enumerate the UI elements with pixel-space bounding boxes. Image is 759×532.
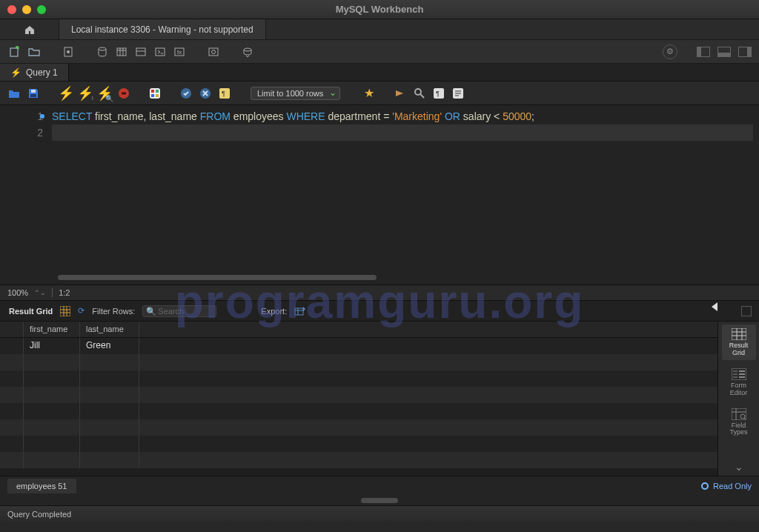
commit-button[interactable] <box>179 87 193 100</box>
table-row[interactable]: JillGreen <box>0 338 717 354</box>
wrap-button[interactable]: ¶ <box>432 87 445 100</box>
svg-rect-28 <box>60 306 70 316</box>
result-area: first_name last_name JillGreen Result Gr… <box>0 322 759 476</box>
svg-point-3 <box>99 47 106 50</box>
svg-rect-33 <box>739 373 745 375</box>
svg-text:¶: ¶ <box>222 90 225 97</box>
zoom-level[interactable]: 100% <box>7 288 28 297</box>
read-only-indicator: Read Only <box>701 482 752 491</box>
zoom-window-button[interactable] <box>37 5 46 14</box>
cell[interactable]: Green <box>80 338 139 354</box>
collapse-side-panel-icon[interactable] <box>712 302 717 311</box>
field-types-button[interactable]: Field Types <box>722 405 756 440</box>
db-new-proc-button[interactable] <box>153 44 168 59</box>
filter-rows-input[interactable]: 🔍 Search <box>142 305 216 317</box>
toggle-bottom-panel[interactable] <box>717 47 731 57</box>
new-sql-tab-button[interactable] <box>7 44 22 59</box>
close-window-button[interactable] <box>7 5 16 14</box>
stop-button[interactable] <box>117 87 130 100</box>
svg-rect-18 <box>151 94 154 97</box>
column-header[interactable]: first_name <box>24 322 80 337</box>
result-grid-view-button[interactable]: Result Grid <box>722 325 756 360</box>
result-grid-mode-icon[interactable] <box>60 306 70 316</box>
result-side-panel: Result Grid Form Editor Field Types ⌄ <box>717 322 759 476</box>
db-new-view-button[interactable] <box>133 44 148 59</box>
execute-button[interactable]: ⚡ <box>59 87 73 100</box>
svg-text:¶: ¶ <box>436 90 440 97</box>
line-gutter: 1 2 <box>0 108 52 285</box>
sql-code[interactable]: SELECT first_name, last_name FROM employ… <box>52 108 759 285</box>
grid-body[interactable]: JillGreen <box>0 338 717 476</box>
home-icon <box>24 24 36 36</box>
export-button[interactable] <box>294 306 306 316</box>
form-icon <box>731 368 747 381</box>
svg-rect-4 <box>117 48 126 56</box>
execute-current-button[interactable]: ⚡I <box>79 87 92 100</box>
svg-rect-5 <box>136 48 145 56</box>
settings-button[interactable]: ⚙ <box>663 44 677 59</box>
rollback-button[interactable] <box>199 87 212 100</box>
db-search-button[interactable] <box>206 44 221 59</box>
svg-rect-19 <box>156 94 159 97</box>
limit-rows-select[interactable]: Limit to 1000 rows <box>251 87 340 100</box>
bolt-icon: ⚡ <box>10 67 21 78</box>
sql-editor[interactable]: 1 2 SELECT first_name, last_name FROM em… <box>0 105 759 285</box>
toggle-left-panel[interactable] <box>697 47 710 57</box>
beautify-button[interactable]: ★ <box>362 87 376 100</box>
field-types-icon <box>731 408 747 421</box>
zoom-stepper-icon[interactable]: ⌃⌄ <box>34 289 46 296</box>
toggle-right-panel[interactable] <box>738 47 752 57</box>
editor-status-bar: 100% ⌃⌄ 1:2 <box>0 285 759 301</box>
cursor-position: 1:2 <box>59 288 70 297</box>
invisible-chars-button[interactable] <box>413 87 426 100</box>
query-tab-bar: ⚡ Query 1 <box>0 64 759 82</box>
wrap-cell-button[interactable] <box>741 306 752 316</box>
open-sql-button[interactable] <box>27 44 42 59</box>
toggle-autocommit-button[interactable] <box>148 87 162 100</box>
save-file-button[interactable] <box>27 87 40 100</box>
toggle-whitespace-button[interactable]: ¶ <box>218 87 231 100</box>
db-new-schema-button[interactable] <box>95 44 110 59</box>
cell[interactable]: Jill <box>24 338 80 354</box>
open-file-button[interactable] <box>7 87 21 100</box>
window-title: MySQL Workbench <box>46 4 713 15</box>
svg-point-24 <box>415 89 421 95</box>
result-tab[interactable]: employees 51 <box>7 479 76 493</box>
svg-rect-32 <box>739 370 745 372</box>
status-text: Query Completed <box>7 510 71 519</box>
explain-button[interactable]: ⚡🔍 <box>98 87 111 100</box>
editor-h-scrollbar[interactable] <box>58 275 377 280</box>
connection-tab-bar: Local instance 3306 - Warning - not supp… <box>0 19 759 40</box>
column-header[interactable]: last_name <box>80 322 139 337</box>
readonly-icon <box>701 482 709 490</box>
export-label: Export: <box>261 307 287 316</box>
refresh-icon[interactable]: ⟳ <box>78 306 84 316</box>
form-editor-button[interactable]: Form Editor <box>722 365 756 400</box>
titlebar: MySQL Workbench <box>0 0 759 19</box>
query-tab[interactable]: ⚡ Query 1 <box>0 64 69 81</box>
svg-rect-16 <box>151 90 154 93</box>
grid-icon <box>731 327 747 341</box>
inspector-button[interactable] <box>61 44 76 59</box>
home-tab[interactable] <box>0 19 59 39</box>
svg-text:fx: fx <box>177 49 182 56</box>
db-new-func-button[interactable]: fx <box>172 44 187 59</box>
svg-point-11 <box>244 48 251 51</box>
svg-rect-30 <box>732 328 746 340</box>
svg-rect-17 <box>156 90 159 93</box>
svg-rect-12 <box>30 94 36 97</box>
main-toolbar: fx ⚙ <box>0 40 759 64</box>
connection-tab[interactable]: Local instance 3306 - Warning - not supp… <box>59 19 266 39</box>
find-button[interactable] <box>394 87 407 100</box>
db-reconnect-button[interactable] <box>240 44 255 59</box>
db-new-table-button[interactable] <box>114 44 129 59</box>
minimize-window-button[interactable] <box>22 5 31 14</box>
bottom-scrollbar[interactable] <box>0 495 759 505</box>
svg-point-2 <box>67 50 70 53</box>
snippets-button[interactable] <box>451 87 465 100</box>
svg-rect-29 <box>295 308 303 315</box>
svg-point-10 <box>212 50 216 53</box>
chevron-down-icon[interactable]: ⌄ <box>735 461 743 473</box>
filter-label: Filter Rows: <box>92 307 135 316</box>
result-grid[interactable]: first_name last_name JillGreen <box>0 322 717 476</box>
